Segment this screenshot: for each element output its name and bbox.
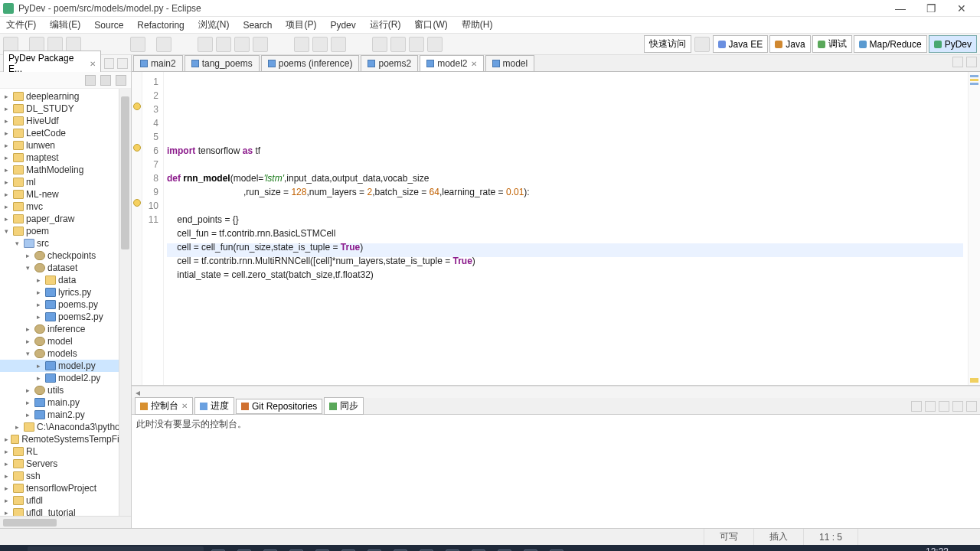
console-max-button[interactable] (966, 401, 977, 412)
print-button[interactable] (66, 37, 81, 52)
tree-item[interactable]: ▸checkpoints (0, 249, 131, 262)
save-button[interactable] (29, 37, 44, 52)
quick-access[interactable]: 快速访问 (644, 35, 691, 53)
saveall-button[interactable] (47, 37, 63, 52)
pin-console-icon[interactable] (911, 401, 922, 412)
tree-scrollbar[interactable] (119, 89, 131, 516)
project-tree[interactable]: ▸deeplearning▸DL_STUDY▸HiveUdf▸LeetCode▸… (0, 89, 131, 516)
next-edit-button[interactable] (390, 37, 406, 52)
view-maximize-button[interactable] (117, 58, 128, 69)
menu-item[interactable]: Pydev (327, 18, 358, 32)
bottom-tab[interactable]: 控制台✕ (135, 397, 193, 415)
warning-marker-icon[interactable] (133, 103, 141, 110)
tree-item[interactable]: ▸RemoteSystemsTempFiles (0, 433, 131, 445)
close-icon[interactable]: ✕ (90, 60, 96, 68)
tree-item[interactable]: ▸RL (0, 445, 131, 458)
coverage-button[interactable] (234, 37, 250, 52)
editor-maximize-button[interactable] (966, 57, 977, 67)
cortana-search[interactable]: 有问题尽管问我 🎤 (28, 546, 204, 551)
perspective-java[interactable]: Java (769, 35, 810, 53)
taskbar-app-icon[interactable] (518, 546, 544, 551)
tree-item[interactable]: ▸lyrics.py (0, 286, 131, 298)
tree-item[interactable]: ▸tensorflowProject (0, 482, 131, 494)
tree-hscroll[interactable] (0, 516, 131, 528)
tree-item[interactable]: ▸lunwen (0, 139, 131, 152)
tree-item[interactable]: ▸ml (0, 176, 131, 188)
bottom-tab[interactable]: 同步 (324, 397, 364, 415)
menu-item[interactable]: Source (91, 18, 126, 32)
console-min-button[interactable] (952, 401, 963, 412)
tree-item[interactable]: ▸ssh (0, 470, 131, 482)
menu-item[interactable]: Search (240, 18, 275, 32)
taskbar-app-icon[interactable] (283, 546, 309, 551)
overview-ruler[interactable] (968, 72, 980, 385)
taskbar-app-icon[interactable] (257, 546, 283, 551)
marker-bar[interactable] (132, 72, 142, 385)
collapse-all-icon[interactable] (85, 75, 96, 86)
tree-item[interactable]: ▸model (0, 335, 131, 347)
taskbar-clock[interactable]: 12:332017/6/26 (908, 547, 949, 551)
debug-button[interactable] (198, 37, 213, 52)
taskbar-app-icon[interactable] (544, 546, 570, 551)
forward-button[interactable] (427, 37, 443, 52)
menu-item[interactable]: 运行(R) (367, 17, 404, 33)
open-task-button[interactable] (294, 37, 309, 52)
taskbar-app-icon[interactable] (335, 546, 361, 551)
tree-item[interactable]: ▸deeplearning (0, 90, 131, 103)
taskbar-app-icon[interactable] (492, 546, 518, 551)
open-perspective-button[interactable] (694, 37, 710, 52)
tree-item[interactable]: ▾poem (0, 225, 131, 237)
editor-tab[interactable]: poems (inference) (261, 55, 360, 71)
menu-item[interactable]: 项目(P) (283, 17, 319, 33)
perspective-javaee[interactable]: Java EE (713, 35, 769, 53)
taskbar-app-icon[interactable] (205, 546, 231, 551)
tree-item[interactable]: ▸HiveUdf (0, 115, 131, 127)
tree-item[interactable]: ▸LeetCode (0, 127, 131, 139)
tree-item[interactable]: ▸model.py (0, 360, 131, 372)
external-button[interactable] (253, 37, 268, 52)
warning-marker-icon[interactable] (133, 199, 141, 207)
view-minimize-button[interactable] (104, 58, 115, 69)
tree-item[interactable]: ▸model2.py (0, 372, 131, 384)
tree-item[interactable]: ▾src (0, 237, 131, 249)
editor-tab[interactable]: poems2 (361, 55, 418, 71)
start-button[interactable] (3, 546, 26, 551)
tree-item[interactable]: ▸ufldl_tutorial (0, 507, 131, 516)
tree-item[interactable]: ▾models (0, 347, 131, 360)
menu-item[interactable]: Refactoring (134, 18, 187, 32)
tree-item[interactable]: ▸data (0, 274, 131, 286)
tree-item[interactable]: ▾dataset (0, 262, 131, 274)
tree-item[interactable]: ▸C:\Anaconda3\python. (0, 421, 131, 433)
view-menu-icon[interactable] (116, 75, 126, 86)
tree-item[interactable]: ▸maptest (0, 152, 131, 164)
menu-item[interactable]: 窗口(W) (411, 17, 450, 33)
maximize-button[interactable]: ❐ (916, 1, 946, 16)
system-tray[interactable]: ^ 12:332017/6/26 💬 (828, 547, 977, 551)
annotate-button[interactable] (331, 37, 346, 52)
open-console-icon[interactable] (939, 401, 949, 412)
warning-marker-icon[interactable] (133, 144, 141, 152)
taskbar-app-icon[interactable] (231, 546, 257, 551)
code-editor[interactable]: import tensorflow as tf def rnn_model(mo… (164, 72, 968, 385)
menu-item[interactable]: 编辑(E) (47, 17, 83, 33)
tree-item[interactable]: ▸paper_draw (0, 213, 131, 225)
tree-item[interactable]: ▸Servers (0, 458, 131, 470)
perspective-[interactable]: 调试 (812, 35, 852, 53)
tree-item[interactable]: ▸ufldl (0, 494, 131, 507)
link-editor-icon[interactable] (100, 75, 111, 86)
tree-item[interactable]: ▸mvc (0, 201, 131, 213)
bottom-tab[interactable]: Git Repositories (236, 399, 322, 414)
prev-edit-button[interactable] (372, 37, 387, 52)
menu-item[interactable]: 帮助(H) (459, 17, 496, 33)
tree-item[interactable]: ▸poems.py (0, 298, 131, 311)
menu-item[interactable]: 文件(F) (3, 17, 39, 33)
display-console-icon[interactable] (925, 401, 936, 412)
back-button[interactable] (409, 37, 424, 52)
console-view[interactable]: 此时没有要显示的控制台。 (132, 415, 980, 528)
taskbar-app-icon[interactable] (361, 546, 387, 551)
editor-tab[interactable]: tang_poems (185, 55, 260, 71)
bottom-tab[interactable]: 进度 (194, 397, 234, 415)
close-button[interactable]: ✕ (946, 1, 977, 16)
taskbar-app-icon[interactable] (466, 546, 492, 551)
tree-item[interactable]: ▸main.py (0, 396, 131, 409)
